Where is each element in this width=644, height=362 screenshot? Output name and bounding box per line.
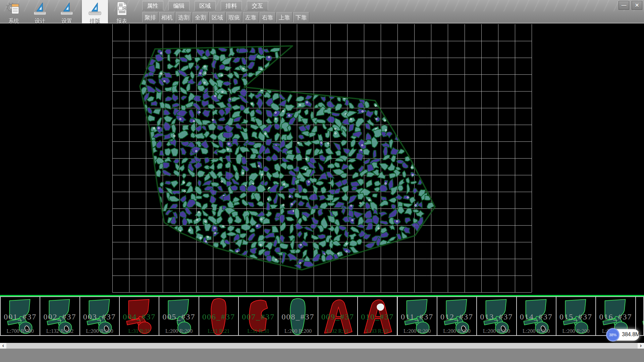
- part-thumbnail[interactable]: 008_#37L:200 R:200: [278, 296, 318, 336]
- part-thumbnail[interactable]: 005_#37L:200 R:200: [159, 296, 199, 336]
- part-title: 011_#37: [398, 312, 437, 321]
- part-title: 002_#37: [40, 312, 79, 321]
- memory-size: 384.8M: [622, 331, 640, 338]
- nav-tab-layout[interactable]: 排版: [82, 0, 108, 23]
- part-thumbnail[interactable]: 003_#37L:200 R:200: [79, 296, 120, 336]
- tool-align-top[interactable]: 上靠: [276, 12, 292, 22]
- part-lr-count: L:200 R:200: [80, 328, 119, 334]
- part-lr-count: L:700 R:700: [1, 328, 40, 334]
- part-title: 015_#37: [556, 312, 595, 321]
- menu-interact[interactable]: 交互: [247, 1, 268, 10]
- nav-tab-report[interactable]: 报表: [110, 0, 133, 23]
- nav-label-report: 报表: [116, 18, 127, 25]
- part-title: 001_#37: [1, 312, 40, 321]
- memory-badge[interactable]: 38% 384.8M: [608, 329, 639, 341]
- menu-edit[interactable]: 编辑: [168, 1, 190, 10]
- nav-label-system: 系统: [8, 18, 19, 25]
- nav-label-design: 设计: [35, 18, 45, 25]
- part-lr-count: L:21 R:21: [199, 328, 238, 334]
- part-lr-count: L:200 R:200: [477, 328, 516, 334]
- window-controls: — ✕: [619, 1, 642, 10]
- part-thumbnail[interactable]: 012_#37L:200 R:200: [437, 296, 477, 336]
- nesting-canvas[interactable]: [0, 24, 644, 295]
- tool-camera[interactable]: 相机: [159, 12, 175, 22]
- tool-align-bottom[interactable]: 下靠: [293, 12, 309, 22]
- part-thumbnail[interactable]: 015_#37L:200 R:200: [556, 296, 596, 336]
- menu-area: 属性 编辑 区域 排料 交互 聚排 相机 选割 全割 区域 瑕疵 左靠 右靠 上…: [142, 0, 309, 22]
- part-title: 008_#37: [278, 312, 317, 321]
- minimize-button[interactable]: —: [619, 1, 629, 10]
- part-thumbnail[interactable]: 007_#37L:31 R:31: [238, 296, 278, 336]
- main-toolbar: 系统 设计 设置: [0, 0, 644, 23]
- part-thumbnail[interactable]: 011_#37L:200 R:200: [397, 296, 437, 336]
- scroll-right-icon[interactable]: ›: [638, 343, 644, 349]
- parts-strip: 001_#37L:700 R:700002_#37L:132 R:132003_…: [0, 296, 644, 336]
- tool-region[interactable]: 区域: [209, 12, 225, 22]
- part-thumbnail[interactable]: 002_#37L:132 R:132: [40, 296, 80, 336]
- tool-cluster-nest[interactable]: 聚排: [142, 12, 158, 22]
- part-lr-count: L:200 R:200: [278, 328, 317, 334]
- part-title: 013_#37: [477, 312, 516, 321]
- part-lr-count: L:31 R:31: [120, 328, 159, 334]
- tool-align-left[interactable]: 左靠: [243, 12, 259, 22]
- part-lr-count: L:200 R:200: [556, 328, 595, 334]
- part-title: 009_#37: [318, 312, 357, 321]
- part-lr-count: L:33 R:33: [358, 328, 397, 334]
- nav-label-settings: 设置: [61, 18, 72, 25]
- part-thumbnail[interactable]: 014_#37L:200 R:200: [516, 296, 556, 336]
- menu-row-tools: 聚排 相机 选割 全割 区域 瑕疵 左靠 右靠 上靠 下靠: [142, 12, 309, 22]
- part-lr-count: L:200 R:200: [398, 328, 437, 334]
- nav-tab-settings[interactable]: 设置: [55, 0, 78, 23]
- system-gear-icon: [6, 1, 21, 18]
- menu-region[interactable]: 区域: [195, 1, 216, 10]
- part-title: 012_#37: [437, 312, 476, 321]
- progress-circle: 38%: [606, 328, 620, 342]
- part-title: 016_#37: [596, 312, 635, 321]
- part-title: 003_#37: [80, 312, 119, 321]
- close-button[interactable]: ✕: [632, 1, 642, 10]
- part-title: 010_#37: [358, 312, 397, 321]
- part-thumbnail[interactable]: 013_#37L:200 R:200: [476, 296, 517, 336]
- menu-nesting[interactable]: 排料: [221, 1, 242, 10]
- nav-tab-system[interactable]: 系统: [2, 0, 25, 23]
- part-thumbnail[interactable]: 001_#37L:700 R:700: [0, 296, 40, 336]
- nav-tab-design[interactable]: 设计: [28, 0, 52, 23]
- part-title: 005_#37: [159, 312, 198, 321]
- part-lr-count: L:31 R:31: [239, 328, 278, 334]
- application-window: 系统 设计 设置: [0, 0, 644, 362]
- ruler-icon: [87, 1, 103, 18]
- tool-defect[interactable]: 瑕疵: [226, 12, 242, 22]
- part-lr-count: L:132 R:132: [40, 328, 79, 334]
- part-thumbnail[interactable]: 010_#37L:33 R:33: [357, 296, 397, 336]
- part-title: 014_#37: [517, 312, 556, 321]
- bottom-status-bar: [0, 349, 644, 362]
- tool-select-cut[interactable]: 选割: [176, 12, 192, 22]
- horizontal-scrollbar[interactable]: ‹ ›: [0, 343, 644, 349]
- part-shape: [637, 297, 644, 336]
- tool-align-right[interactable]: 右靠: [260, 12, 276, 22]
- scroll-left-icon[interactable]: ‹: [0, 343, 6, 349]
- ruler-icon: [59, 1, 74, 18]
- part-title: 004_#37: [120, 312, 159, 321]
- part-thumbnail[interactable]: 006_#37L:21 R:21: [199, 296, 239, 336]
- report-document-icon: [114, 1, 129, 18]
- part-title: 007_#37: [239, 312, 278, 321]
- part-lr-count: L:200 R:200: [159, 328, 198, 334]
- part-lr-count: L:32 R:31: [318, 328, 357, 334]
- nav-label-layout: 排版: [90, 18, 100, 25]
- menu-properties[interactable]: 属性: [142, 1, 163, 10]
- part-thumbnail[interactable]: 009_#37L:32 R:31: [318, 296, 358, 336]
- part-thumbnail[interactable]: 004_#37L:31 R:31: [119, 296, 159, 336]
- part-lr-count: L:200 R:200: [437, 328, 476, 334]
- menu-row-top: 属性 编辑 区域 排料 交互: [142, 1, 309, 10]
- strip-bottom-gap: [0, 336, 644, 343]
- ruler-icon: [32, 1, 48, 18]
- tool-cut-all[interactable]: 全割: [193, 12, 209, 22]
- part-lr-count: L:200 R:200: [517, 328, 556, 334]
- part-title: 006_#37: [199, 312, 238, 321]
- progress-percent: 38%: [609, 333, 616, 337]
